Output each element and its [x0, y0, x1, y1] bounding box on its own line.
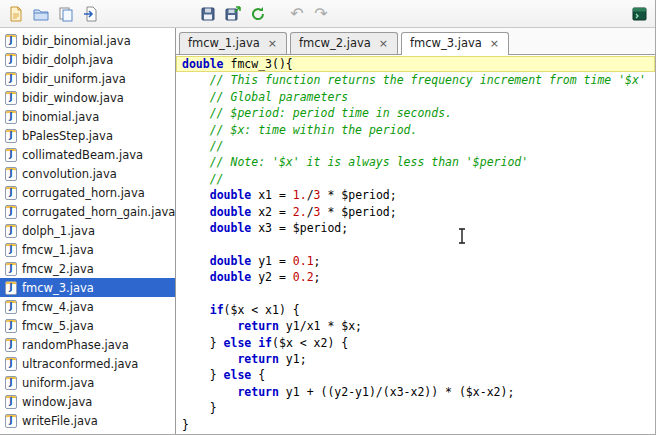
code-line [176, 236, 655, 252]
file-name: bidir_uniform.java [22, 72, 126, 86]
tab-fmcw_1[interactable]: fmcw_1.java× [179, 32, 287, 54]
file-name: corrugated_horn_gain.java [22, 205, 175, 219]
tab-label: fmcw_2.java [299, 36, 371, 50]
tab-fmcw_2[interactable]: fmcw_2.java× [290, 32, 398, 54]
file-name: fmcw_5.java [22, 319, 94, 333]
new-file-icon [8, 6, 24, 22]
file-item[interactable]: Jbidir_binomial.java [0, 31, 175, 50]
code-line: return y1 + ((y2-y1)/(x3-x2)) * ($x-x2); [176, 384, 655, 400]
code-line: } else { [176, 367, 655, 383]
open-file-icon[interactable] [31, 4, 51, 24]
code-line: } else if($x < x2) { [176, 335, 655, 351]
java-file-icon: J [5, 224, 17, 238]
code-line [176, 285, 655, 301]
ide-window: ↶ ↷ Jbidir_binomial.javaJbidir_dolph.jav… [0, 0, 656, 435]
java-file-icon: J [5, 376, 17, 390]
refresh-icon[interactable] [248, 4, 268, 24]
toolbar-history-group: ↶ ↷ [287, 4, 331, 24]
java-file-icon: J [5, 186, 17, 200]
file-item[interactable]: JbPalesStep.java [0, 126, 175, 145]
file-name: fmcw_3.java [22, 281, 94, 295]
file-item[interactable]: Jultraconformed.java [0, 354, 175, 373]
file-name: convolution.java [22, 167, 117, 181]
copy-icon[interactable] [56, 4, 76, 24]
java-file-icon: J [5, 281, 17, 295]
code-line: return y1/x1 * $x; [176, 318, 655, 334]
file-item[interactable]: Jconvolution.java [0, 164, 175, 183]
java-file-icon: J [5, 357, 17, 371]
file-item[interactable]: Jfmcw_4.java [0, 297, 175, 316]
code-line: return y1; [176, 351, 655, 367]
file-item[interactable]: Jfmcw_3.java [0, 278, 175, 297]
file-item[interactable]: Jbidir_uniform.java [0, 69, 175, 88]
undo-icon: ↶ [290, 6, 303, 22]
code-line: if($x < x1) { [176, 302, 655, 318]
code-line: // $x: time within the period. [176, 122, 655, 138]
file-name: writeFile.java [22, 414, 98, 428]
close-icon[interactable]: × [378, 38, 389, 49]
file-item[interactable]: Jcorrugated_horn_gain.java [0, 202, 175, 221]
file-item[interactable]: Juniform.java [0, 373, 175, 392]
file-item[interactable]: Jbidir_dolph.java [0, 50, 175, 69]
tab-label: fmcw_1.java [188, 36, 260, 50]
save-icon [200, 6, 216, 22]
java-file-icon: J [5, 243, 17, 257]
file-item[interactable]: Jbinomial.java [0, 107, 175, 126]
save-icon[interactable] [198, 4, 218, 24]
redo-icon: ↷ [314, 6, 327, 22]
file-name: bidir_binomial.java [22, 34, 131, 48]
new-file-icon[interactable] [6, 4, 26, 24]
redo-icon[interactable]: ↷ [311, 4, 331, 24]
file-item[interactable]: Jdolph_1.java [0, 221, 175, 240]
code-line: // Note: '$x' it is always less than '$p… [176, 154, 655, 170]
tab-fmcw_3[interactable]: fmcw_3.java× [401, 32, 509, 54]
file-name: uniform.java [22, 376, 94, 390]
console-icon[interactable] [629, 4, 649, 24]
file-item[interactable]: JcollimatedBeam.java [0, 145, 175, 164]
code-line: double x3 = $period; [176, 220, 655, 236]
file-name: binomial.java [22, 110, 99, 124]
file-name: fmcw_1.java [22, 243, 94, 257]
close-icon[interactable]: × [267, 38, 278, 49]
code-line: double x2 = 2./3 * $period; [176, 204, 655, 220]
code-line: double fmcw_3(){ [176, 56, 655, 72]
file-item[interactable]: JrandomPhase.java [0, 335, 175, 354]
file-item[interactable]: Jcorrugated_horn.java [0, 183, 175, 202]
close-icon[interactable]: × [489, 38, 500, 49]
file-item[interactable]: JwriteFile.java [0, 411, 175, 430]
code-line: // This function returns the frequency i… [176, 72, 655, 88]
java-file-icon: J [5, 129, 17, 143]
file-name: bidir_dolph.java [22, 53, 113, 67]
file-item[interactable]: Jfmcw_5.java [0, 316, 175, 335]
file-list: Jbidir_binomial.javaJbidir_dolph.javaJbi… [0, 28, 176, 434]
file-name: dolph_1.java [22, 224, 95, 238]
java-file-icon: J [5, 34, 17, 48]
java-file-icon: J [5, 110, 17, 124]
java-file-icon: J [5, 167, 17, 181]
file-item[interactable]: Jfmcw_1.java [0, 240, 175, 259]
import-icon[interactable] [81, 4, 101, 24]
code-line: } [176, 417, 655, 433]
code-line: double x1 = 1./3 * $period; [176, 187, 655, 203]
code-line: // $period: period time in seconds. [176, 105, 655, 121]
toolbar: ↶ ↷ [0, 0, 655, 28]
file-item[interactable]: Jbidir_window.java [0, 88, 175, 107]
file-item[interactable]: Jfmcw_2.java [0, 259, 175, 278]
code-area[interactable]: double fmcw_3(){ // This function return… [176, 55, 655, 434]
file-item[interactable]: Jwindow.java [0, 392, 175, 411]
open-folder-icon [33, 6, 49, 22]
code-line: double y1 = 0.1; [176, 253, 655, 269]
undo-icon[interactable]: ↶ [287, 4, 307, 24]
java-file-icon: J [5, 72, 17, 86]
file-name: collimatedBeam.java [22, 148, 143, 162]
file-name: ultraconformed.java [22, 357, 138, 371]
java-file-icon: J [5, 319, 17, 333]
java-file-icon: J [5, 53, 17, 67]
file-name: fmcw_2.java [22, 262, 94, 276]
code-line: // [176, 138, 655, 154]
file-name: randomPhase.java [22, 338, 129, 352]
java-file-icon: J [5, 148, 17, 162]
file-name: bidir_window.java [22, 91, 124, 105]
import-icon [83, 6, 99, 22]
save-as-icon[interactable] [223, 4, 243, 24]
